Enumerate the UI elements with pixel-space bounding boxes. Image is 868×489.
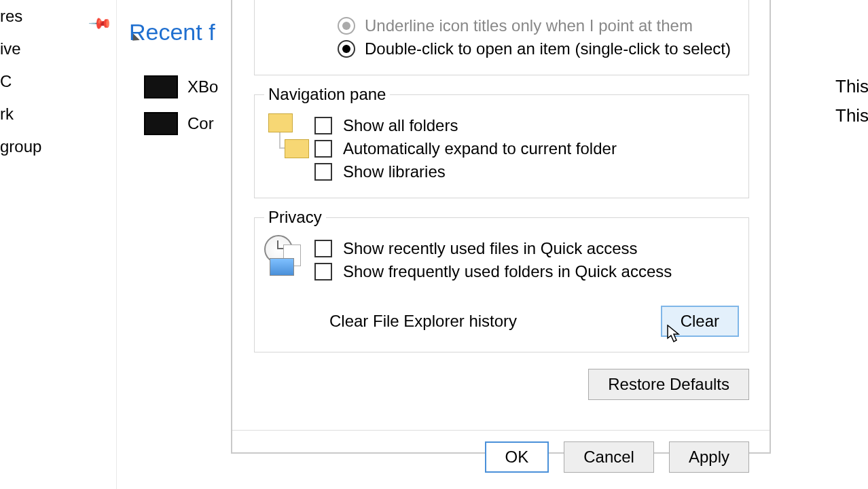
checkbox-auto-expand[interactable]: Automatically expand to current folder	[314, 139, 739, 158]
checkbox-label: Show frequently used folders in Quick ac…	[343, 262, 672, 281]
file-thumbnail-icon	[144, 112, 178, 135]
clear-history-label: Clear File Explorer history	[329, 312, 517, 331]
checkbox-label: Show libraries	[343, 162, 446, 181]
file-name: XBo	[187, 77, 218, 96]
radio-double-click[interactable]: Double-click to open an item (single-cli…	[338, 39, 739, 58]
radio-icon	[338, 40, 355, 58]
sidebar-item[interactable]: C	[0, 65, 116, 98]
checkbox-icon	[314, 240, 332, 257]
radio-label: Double-click to open an item (single-cli…	[365, 39, 731, 58]
navigation-pane-group: Navigation pane Show all folders Automat…	[254, 85, 749, 198]
recent-file-item[interactable]: Cor	[144, 109, 218, 139]
content-pane: Recent f XBo Cor	[117, 0, 232, 489]
clipped-text: This This	[835, 76, 868, 134]
checkbox-icon	[314, 117, 332, 134]
privacy-icon	[264, 235, 312, 283]
folder-options-dialog: Underline icon titles only when I point …	[231, 0, 771, 454]
radio-underline-point: Underline icon titles only when I point …	[338, 16, 739, 35]
group-legend: Navigation pane	[264, 85, 390, 104]
click-items-group: Underline icon titles only when I point …	[254, 0, 749, 75]
cancel-button[interactable]: Cancel	[564, 441, 654, 473]
dialog-footer: OK Cancel Apply	[232, 430, 770, 488]
checkbox-label: Show all folders	[343, 116, 458, 135]
checkbox-recent-files[interactable]: Show recently used files in Quick access	[314, 239, 739, 258]
checkbox-label: Automatically expand to current folder	[343, 139, 617, 158]
clear-button[interactable]: Clear	[661, 306, 739, 337]
checkbox-frequent-folders[interactable]: Show frequently used folders in Quick ac…	[314, 262, 739, 281]
checkbox-icon	[314, 140, 332, 158]
checkbox-show-libraries[interactable]: Show libraries	[314, 162, 739, 181]
nav-sidebar: res ive C rk group 📌	[0, 0, 117, 489]
checkbox-label: Show recently used files in Quick access	[343, 239, 638, 258]
privacy-group: Privacy Show recently used files in Quic…	[254, 208, 749, 352]
folder-tree-icon	[264, 112, 312, 173]
recent-file-item[interactable]: XBo	[144, 72, 218, 102]
checkbox-icon	[314, 263, 332, 280]
recent-files-header[interactable]: Recent f	[129, 19, 215, 46]
group-legend: Privacy	[264, 208, 326, 227]
radio-label: Underline icon titles only when I point …	[365, 16, 693, 35]
radio-icon	[338, 17, 355, 35]
sidebar-item[interactable]: rk	[0, 98, 116, 130]
checkbox-icon	[314, 163, 332, 181]
ok-button[interactable]: OK	[485, 441, 549, 473]
sidebar-item[interactable]: group	[0, 130, 116, 163]
checkbox-show-all-folders[interactable]: Show all folders	[314, 116, 739, 135]
restore-defaults-button[interactable]: Restore Defaults	[588, 369, 749, 400]
apply-button[interactable]: Apply	[669, 441, 749, 473]
file-name: Cor	[187, 114, 214, 133]
sidebar-item[interactable]: ive	[0, 33, 116, 65]
file-thumbnail-icon	[144, 75, 178, 98]
